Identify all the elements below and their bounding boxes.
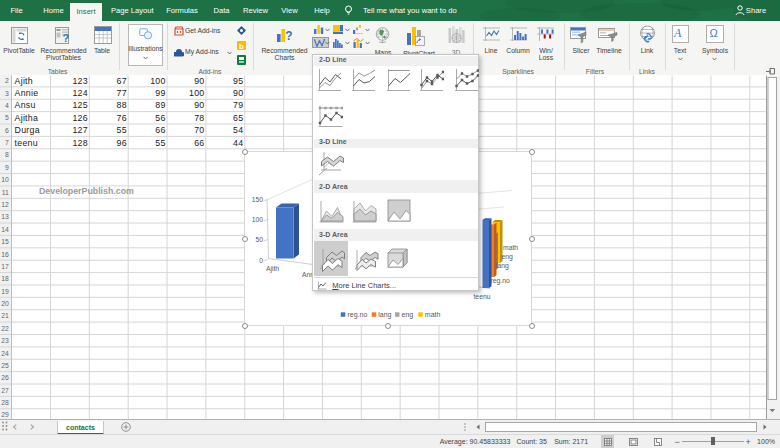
svg-text:95: 95 (233, 76, 243, 86)
svg-text:lang: lang (378, 311, 391, 319)
svg-text:7: 7 (5, 139, 9, 146)
svg-text:29: 29 (1, 411, 9, 418)
svg-text:eng: eng (502, 253, 514, 261)
svg-text:27: 27 (1, 387, 9, 394)
svg-text:13: 13 (1, 213, 9, 220)
svg-text:15: 15 (1, 238, 9, 245)
svg-text:16: 16 (1, 251, 9, 258)
svg-text:teenu: teenu (473, 293, 490, 300)
svg-text:6: 6 (5, 127, 9, 134)
svg-text:Ajitha: Ajitha (15, 113, 39, 123)
svg-text:124: 124 (72, 88, 87, 98)
svg-text:Durga: Durga (15, 125, 40, 135)
svg-text:Ajith: Ajith (15, 76, 33, 86)
svg-text:lang: lang (496, 262, 509, 270)
svg-text:77: 77 (117, 88, 127, 98)
svg-text:5: 5 (5, 114, 9, 121)
svg-text:eng: eng (402, 311, 414, 319)
svg-text:55: 55 (117, 125, 127, 135)
svg-text:128: 128 (72, 138, 87, 148)
svg-text:14: 14 (1, 226, 9, 233)
svg-text:Annie: Annie (15, 88, 39, 98)
svg-text:?: ? (63, 31, 70, 43)
svg-text:90: 90 (194, 100, 204, 110)
svg-text:100: 100 (252, 216, 264, 223)
svg-text:11: 11 (2, 189, 9, 196)
svg-text:26: 26 (1, 374, 9, 381)
svg-text:17: 17 (1, 263, 9, 270)
svg-text:66: 66 (194, 138, 204, 148)
svg-text:reg.no: reg.no (491, 277, 510, 285)
svg-text:18: 18 (1, 275, 9, 282)
svg-text:90: 90 (194, 76, 204, 86)
svg-text:Ansu: Ansu (15, 100, 36, 110)
svg-text:3: 3 (5, 90, 9, 97)
svg-text:9: 9 (5, 164, 9, 171)
svg-text:99: 99 (155, 88, 165, 98)
svg-text:126: 126 (72, 113, 87, 123)
svg-text:2: 2 (5, 77, 9, 84)
svg-text:54: 54 (233, 125, 243, 135)
svg-text:65: 65 (233, 113, 243, 123)
svg-text:50: 50 (255, 236, 263, 243)
svg-text:21: 21 (1, 312, 9, 319)
svg-text:88: 88 (117, 100, 127, 110)
svg-text:79: 79 (233, 100, 243, 110)
svg-text:4: 4 (5, 102, 9, 109)
svg-text:Ajith: Ajith (266, 265, 279, 273)
svg-text:28: 28 (1, 399, 9, 406)
svg-text:55: 55 (155, 138, 165, 148)
svg-text:76: 76 (117, 113, 127, 123)
svg-text:150: 150 (252, 196, 264, 203)
svg-text:127: 127 (72, 125, 87, 135)
svg-text:67: 67 (117, 76, 127, 86)
svg-text:24: 24 (1, 350, 9, 357)
svg-text:math: math (425, 311, 441, 318)
svg-text:100: 100 (150, 76, 165, 86)
svg-text:22: 22 (1, 325, 9, 332)
svg-text:teenu: teenu (15, 138, 38, 148)
svg-text:125: 125 (72, 100, 87, 110)
svg-text:89: 89 (155, 100, 165, 110)
svg-text:44: 44 (233, 138, 243, 148)
svg-text:19: 19 (1, 288, 9, 295)
svg-text:0: 0 (259, 257, 263, 264)
svg-text:70: 70 (194, 125, 204, 135)
svg-text:8: 8 (5, 151, 9, 158)
svg-text:DeveloperPublish.com: DeveloperPublish.com (39, 186, 134, 196)
svg-text:100: 100 (189, 88, 204, 98)
svg-text:20: 20 (1, 300, 9, 307)
svg-text:96: 96 (117, 138, 127, 148)
svg-text:12: 12 (1, 201, 9, 208)
svg-text:reg.no: reg.no (348, 311, 368, 319)
svg-text:10: 10 (1, 176, 9, 183)
svg-text:66: 66 (155, 125, 165, 135)
svg-text:25: 25 (1, 362, 9, 369)
svg-text:90: 90 (233, 88, 243, 98)
svg-text:78: 78 (194, 113, 204, 123)
svg-text:?: ? (285, 29, 292, 43)
svg-text:math: math (503, 244, 518, 251)
svg-text:56: 56 (155, 113, 165, 123)
svg-text:123: 123 (72, 76, 87, 86)
svg-text:23: 23 (1, 337, 9, 344)
svg-text:b: b (239, 42, 244, 51)
